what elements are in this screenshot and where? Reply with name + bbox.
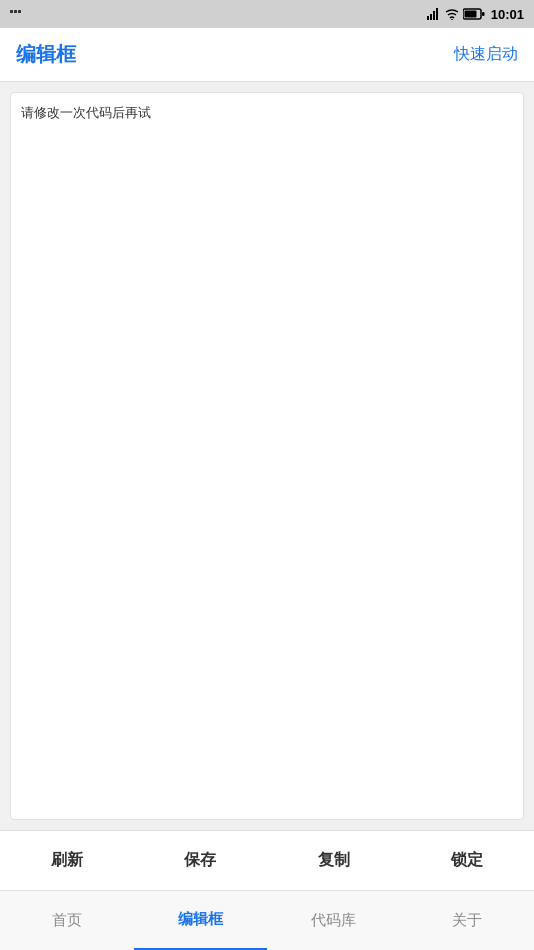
editor-area[interactable]: 请修改一次代码后再试 [10, 92, 524, 820]
svg-rect-3 [427, 16, 429, 20]
status-bar-left [10, 8, 26, 20]
nav-item-home[interactable]: 首页 [0, 891, 134, 950]
status-bar-right: 10:01 [427, 7, 524, 22]
svg-rect-9 [464, 11, 476, 18]
bottom-nav: 首页 编辑框 代码库 关于 [0, 890, 534, 950]
svg-rect-1 [14, 10, 17, 13]
save-button[interactable]: 保存 [164, 840, 236, 881]
bottom-toolbar: 刷新 保存 复制 锁定 [0, 830, 534, 890]
svg-rect-2 [18, 10, 21, 13]
nav-item-editor[interactable]: 编辑框 [134, 891, 268, 950]
svg-rect-4 [430, 14, 432, 20]
main-content: 请修改一次代码后再试 [0, 82, 534, 830]
svg-rect-5 [433, 11, 435, 20]
wifi-icon [445, 8, 459, 20]
refresh-button[interactable]: 刷新 [31, 840, 103, 881]
app-icon [10, 8, 26, 20]
quick-start-button[interactable]: 快速启动 [454, 44, 518, 65]
svg-rect-10 [482, 12, 485, 16]
copy-button[interactable]: 复制 [298, 840, 370, 881]
nav-item-about[interactable]: 关于 [401, 891, 535, 950]
editor-hint-text: 请修改一次代码后再试 [21, 105, 151, 120]
page-title: 编辑框 [16, 41, 76, 68]
lock-button[interactable]: 锁定 [431, 840, 503, 881]
status-bar: 10:01 [0, 0, 534, 28]
svg-rect-6 [436, 8, 438, 20]
svg-rect-0 [10, 10, 13, 13]
title-bar: 编辑框 快速启动 [0, 28, 534, 82]
signal-icon [427, 8, 441, 20]
battery-icon [463, 8, 485, 20]
status-time: 10:01 [491, 7, 524, 22]
svg-point-7 [451, 19, 453, 20]
nav-item-codelib[interactable]: 代码库 [267, 891, 401, 950]
